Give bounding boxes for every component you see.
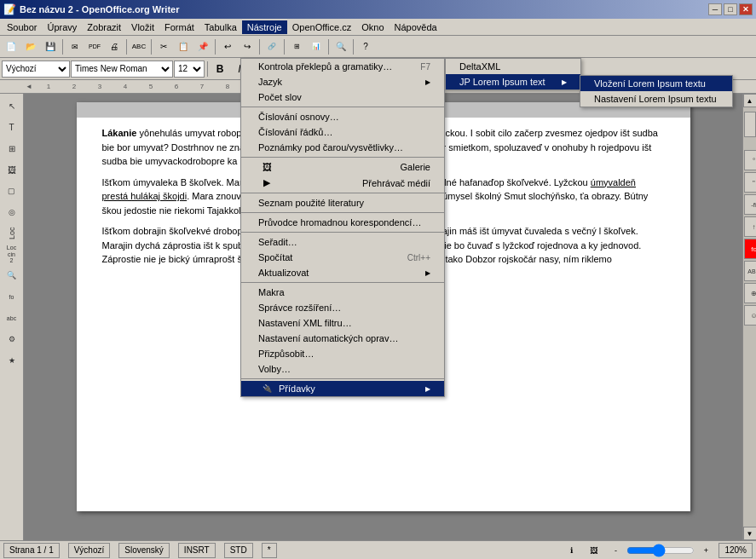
- scroll-track[interactable]: ° " -fi ↑ fо ABR ⊕ ☺: [743, 107, 757, 527]
- std-mode[interactable]: STD: [224, 543, 253, 558]
- menu-pocetslov[interactable]: Počet slov: [241, 89, 444, 105]
- menu-prizpusobit[interactable]: Přizpůsobit…: [241, 346, 444, 361]
- maximize-button[interactable]: □: [724, 3, 737, 15]
- menu-cislovani-radku[interactable]: Číslování řádků…: [241, 124, 444, 140]
- right-icon2[interactable]: ": [744, 172, 757, 193]
- menu-aktualizovat[interactable]: Aktualizovat ▶: [241, 265, 444, 280]
- menu-napoveda[interactable]: Nápověda: [390, 20, 442, 34]
- format2-icon[interactable]: fо: [2, 286, 22, 307]
- star-icon[interactable]: ★: [2, 350, 22, 371]
- paste-icon[interactable]: 📌: [193, 37, 212, 56]
- doc-info-icon[interactable]: ℹ: [562, 541, 580, 560]
- right-icon3[interactable]: -fi: [744, 194, 757, 215]
- menu-oo[interactable]: OpenOffice.cz: [287, 20, 357, 34]
- text-icon[interactable]: T: [2, 117, 22, 137]
- zoom-slider[interactable]: [626, 544, 695, 557]
- spellcheck-icon[interactable]: ABC: [130, 37, 148, 56]
- menu-volby[interactable]: Volby…: [241, 361, 444, 377]
- menu-cislovani-osnovy[interactable]: Číslování osnovy…: [241, 109, 444, 124]
- right-icon6[interactable]: ABR: [744, 261, 757, 281]
- style-dropdown[interactable]: Výchozí: [2, 61, 70, 78]
- redo-icon[interactable]: ↪: [238, 37, 257, 56]
- help-icon[interactable]: ?: [356, 37, 375, 56]
- undo-icon[interactable]: ↩: [218, 37, 237, 56]
- menu-spravce[interactable]: Správce rozšíření…: [241, 300, 444, 315]
- menu-galerie[interactable]: 🖼 Galerie: [241, 159, 444, 175]
- image-icon[interactable]: 🖼: [2, 159, 22, 180]
- frame-icon[interactable]: ▢: [2, 181, 22, 201]
- submenu-nastaveni[interactable]: Nastavení Lorem Ipsum textu: [580, 91, 732, 107]
- prehravac-label: Přehrávač médií: [362, 178, 430, 188]
- zoom-out-btn[interactable]: -: [606, 541, 625, 560]
- seradit-label: Seřadit…: [258, 237, 297, 247]
- menu-vlozit[interactable]: Vložit: [126, 20, 159, 34]
- menu-xml[interactable]: Nastavení XML filtru…: [241, 315, 444, 331]
- pridavky-submenu[interactable]: DeltaXML JP Lorem Ipsum text ▶: [445, 58, 581, 90]
- menu-jazyk[interactable]: Jazyk ▶: [241, 74, 444, 89]
- menu-soubor[interactable]: Soubor: [2, 20, 42, 34]
- submenu-vlozeni[interactable]: Vložení Lorem Ipsum textu: [580, 76, 732, 91]
- submenu-deltaxml[interactable]: DeltaXML: [446, 59, 580, 74]
- menu-okno[interactable]: Okno: [356, 20, 389, 34]
- right-icon7[interactable]: ⊕: [744, 283, 757, 303]
- font-dropdown[interactable]: Times New Roman: [71, 61, 173, 78]
- zoom-icon[interactable]: 🔍: [2, 265, 22, 285]
- abc-icon[interactable]: abc: [2, 308, 22, 328]
- vertical-scrollbar[interactable]: ▲ ° " -fi ↑ fо ABR ⊕ ☺ ▼: [743, 94, 757, 540]
- submenu-lorem[interactable]: JP Lorem Ipsum text ▶: [446, 74, 580, 89]
- scroll-up-btn[interactable]: ▲: [743, 94, 757, 107]
- right-icon1[interactable]: °: [744, 150, 757, 170]
- open-icon[interactable]: 📂: [21, 37, 40, 56]
- layout-icon[interactable]: Loc: [2, 223, 22, 244]
- table-draw-icon[interactable]: ⊞: [2, 138, 22, 158]
- close-button[interactable]: ✕: [739, 3, 753, 15]
- menu-opravy[interactable]: Nastavení automatických oprav…: [241, 331, 444, 346]
- chart-icon[interactable]: 📊: [307, 37, 326, 56]
- menu-nastroje[interactable]: Nástroje: [242, 20, 287, 34]
- menu-pridavky[interactable]: 🔌 Přídavky ▶: [241, 381, 444, 396]
- menu-zobrazit[interactable]: Zobrazit: [82, 20, 126, 34]
- menu-poznamky[interactable]: Poznámky pod čarou/vysvětlivky…: [241, 140, 444, 155]
- navigator-icon[interactable]: ◎: [2, 202, 22, 222]
- insert-mode[interactable]: INSRT: [178, 543, 216, 558]
- right-icons: ° " -fi ↑ fо ABR ⊕ ☺: [744, 150, 757, 326]
- bold-icon[interactable]: B: [211, 60, 229, 78]
- menu-upravy[interactable]: Úpravy: [42, 20, 82, 34]
- minimize-button[interactable]: ─: [708, 3, 722, 15]
- email-icon[interactable]: ✉: [66, 37, 84, 56]
- hyperlink-icon[interactable]: 🔗: [263, 37, 281, 56]
- right-icon4[interactable]: ↑: [744, 216, 757, 237]
- new-doc-icon[interactable]: 📄: [2, 37, 20, 56]
- view-icon[interactable]: 🖼: [584, 541, 603, 560]
- menu-prehravac[interactable]: ▶ Přehrávač médií: [241, 175, 444, 191]
- menu-makra[interactable]: Makra: [241, 285, 444, 300]
- right-icon8[interactable]: ☺: [744, 305, 757, 326]
- menu-tabulka[interactable]: Tabulka: [199, 20, 242, 34]
- size-dropdown[interactable]: 12: [174, 61, 205, 78]
- copy-icon[interactable]: 📋: [174, 37, 193, 56]
- table-icon[interactable]: ⊞: [287, 37, 306, 56]
- menu-kontrola[interactable]: Kontrola překlepů a gramatiky… F7: [241, 59, 444, 74]
- settings2-icon[interactable]: ⚙: [2, 329, 22, 349]
- scroll-thumb[interactable]: [744, 112, 756, 137]
- menu-pruvodce[interactable]: Průvodce hromadnou korespondencí…: [241, 215, 444, 230]
- pdf-icon[interactable]: PDF: [85, 37, 104, 56]
- app-icon: 📝: [3, 3, 16, 15]
- sep-7: [241, 378, 444, 379]
- menu-bar: Soubor Úpravy Zobrazit Vložit Formát Tab…: [0, 19, 756, 36]
- menu-spocitat[interactable]: Spočítat Ctrl++: [241, 250, 444, 265]
- save-icon[interactable]: 💾: [41, 37, 60, 56]
- menu-seznam[interactable]: Seznam použité literatury: [241, 195, 444, 210]
- zoom-in-btn[interactable]: +: [696, 541, 715, 560]
- cut-icon[interactable]: ✂: [154, 37, 173, 56]
- scroll-down-btn[interactable]: ▼: [743, 527, 757, 540]
- star-indicator: *: [262, 543, 277, 558]
- lorem-submenu[interactable]: Vložení Lorem Ipsum textu Nastavení Lore…: [580, 75, 733, 107]
- nastroje-menu[interactable]: Kontrola překlepů a gramatiky… F7 Jazyk …: [240, 58, 445, 397]
- menu-format[interactable]: Formát: [159, 20, 199, 34]
- find-icon[interactable]: 🔍: [332, 37, 350, 56]
- menu-seradit[interactable]: Seřadit…: [241, 234, 444, 250]
- select-icon[interactable]: ↖: [2, 95, 22, 116]
- right-icon5[interactable]: fо: [744, 239, 757, 259]
- print-icon[interactable]: 🖨: [105, 37, 124, 56]
